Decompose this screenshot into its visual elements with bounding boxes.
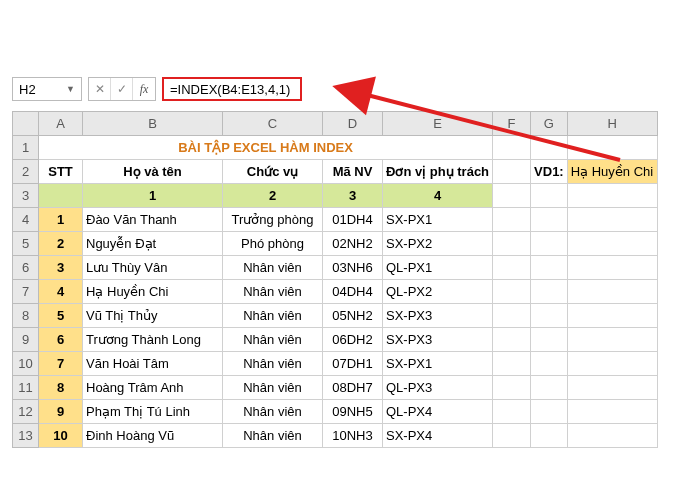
cell-name[interactable]: Văn Hoài Tâm [83,352,223,376]
cell-code[interactable]: 04DH4 [323,280,383,304]
row-header[interactable]: 12 [13,400,39,424]
cell-stt[interactable]: 1 [39,208,83,232]
cell-unit[interactable]: SX-PX4 [383,424,493,448]
cell-stt[interactable]: 4 [39,280,83,304]
header-unit[interactable]: Đơn vị phụ trách [383,160,493,184]
cell-role[interactable]: Nhân viên [223,424,323,448]
formula-input[interactable]: =INDEX(B4:E13,4,1) [162,77,302,101]
row-header[interactable]: 13 [13,424,39,448]
cell-unit[interactable]: SX-PX3 [383,304,493,328]
cell-role[interactable]: Nhân viên [223,352,323,376]
cell-unit[interactable]: SX-PX2 [383,232,493,256]
cell-role[interactable]: Trưởng phòng [223,208,323,232]
row-header[interactable]: 2 [13,160,39,184]
cell-role[interactable]: Nhân viên [223,400,323,424]
cell-name[interactable]: Lưu Thùy Vân [83,256,223,280]
cell-stt[interactable]: 5 [39,304,83,328]
cell-code[interactable]: 05NH2 [323,304,383,328]
row-header[interactable]: 11 [13,376,39,400]
col-header[interactable]: D [323,112,383,136]
row-header[interactable]: 9 [13,328,39,352]
cell-code[interactable]: 06DH2 [323,328,383,352]
cell[interactable] [493,352,531,376]
cell-unit[interactable]: SX-PX1 [383,208,493,232]
subhead-4[interactable]: 4 [383,184,493,208]
cell-role[interactable]: Phó phòng [223,232,323,256]
cell-unit[interactable]: QL-PX2 [383,280,493,304]
cell-code[interactable]: 01DH4 [323,208,383,232]
cell-unit[interactable]: SX-PX3 [383,328,493,352]
col-header[interactable]: E [383,112,493,136]
chevron-down-icon[interactable]: ▼ [66,84,75,94]
header-stt[interactable]: STT [39,160,83,184]
col-header[interactable]: C [223,112,323,136]
fx-icon[interactable]: fx [133,78,155,100]
row-header[interactable]: 3 [13,184,39,208]
cell-name[interactable]: Hoàng Trâm Anh [83,376,223,400]
cell-stt[interactable]: 2 [39,232,83,256]
cell[interactable] [567,304,657,328]
cell[interactable] [493,256,531,280]
cell[interactable] [567,328,657,352]
cell[interactable] [531,208,568,232]
cell-role[interactable]: Nhân viên [223,328,323,352]
cell[interactable] [493,328,531,352]
cell-code[interactable]: 08DH7 [323,376,383,400]
cell[interactable] [39,184,83,208]
subhead-2[interactable]: 2 [223,184,323,208]
cell-code[interactable]: 09NH5 [323,400,383,424]
spreadsheet-grid[interactable]: A B C D E F G H 1 BÀI TẬP EXCEL HÀM INDE… [12,111,658,448]
header-role[interactable]: Chức vụ [223,160,323,184]
cell[interactable] [567,232,657,256]
cell-role[interactable]: Nhân viên [223,280,323,304]
row-header[interactable]: 10 [13,352,39,376]
cell-name[interactable]: Đào Văn Thanh [83,208,223,232]
col-header[interactable]: F [493,112,531,136]
cell[interactable] [493,280,531,304]
cell[interactable] [567,184,657,208]
cell-stt[interactable]: 8 [39,376,83,400]
cell-code[interactable]: 02NH2 [323,232,383,256]
cell-role[interactable]: Nhân viên [223,376,323,400]
cell-name[interactable]: Đinh Hoàng Vũ [83,424,223,448]
vd1-result[interactable]: Hạ Huyền Chi [567,160,657,184]
cell[interactable] [531,184,568,208]
cell[interactable] [567,280,657,304]
cell[interactable] [567,352,657,376]
col-header[interactable]: H [567,112,657,136]
cell[interactable] [531,328,568,352]
col-header[interactable]: A [39,112,83,136]
cell[interactable] [567,208,657,232]
cell[interactable] [493,376,531,400]
cell[interactable] [567,376,657,400]
cell-unit[interactable]: QL-PX3 [383,376,493,400]
cell[interactable] [531,376,568,400]
cell[interactable] [531,136,568,160]
cell[interactable] [493,232,531,256]
cell[interactable] [531,280,568,304]
accept-formula-icon[interactable]: ✓ [111,78,133,100]
cell[interactable] [531,232,568,256]
vd1-label[interactable]: VD1: [531,160,568,184]
cell[interactable] [531,304,568,328]
cell-code[interactable]: 07DH1 [323,352,383,376]
name-box[interactable]: H2 ▼ [12,77,82,101]
cell-stt[interactable]: 3 [39,256,83,280]
row-header[interactable]: 8 [13,304,39,328]
cell-name[interactable]: Vũ Thị Thủy [83,304,223,328]
cell-name[interactable]: Trương Thành Long [83,328,223,352]
select-all-corner[interactable] [13,112,39,136]
cell-stt[interactable]: 6 [39,328,83,352]
cell-stt[interactable]: 7 [39,352,83,376]
col-header[interactable]: G [531,112,568,136]
subhead-1[interactable]: 1 [83,184,223,208]
cell-name[interactable]: Nguyễn Đạt [83,232,223,256]
cell[interactable] [567,424,657,448]
cell-code[interactable]: 03NH6 [323,256,383,280]
cell[interactable] [531,424,568,448]
row-header[interactable]: 7 [13,280,39,304]
cell-name[interactable]: Hạ Huyền Chi [83,280,223,304]
row-header[interactable]: 6 [13,256,39,280]
cell[interactable] [493,400,531,424]
cell[interactable] [531,352,568,376]
